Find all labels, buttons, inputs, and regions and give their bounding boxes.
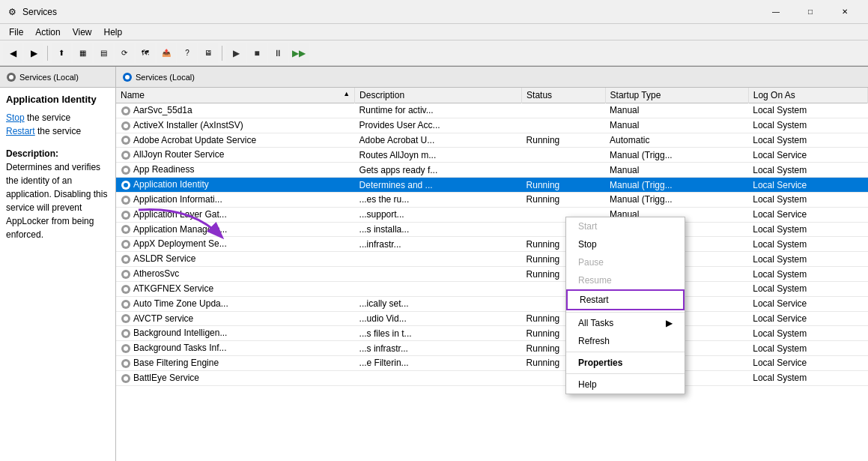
service-name: ActiveX Installer (AxInstSV) bbox=[133, 120, 243, 130]
maximize-button[interactable]: □ bbox=[793, 0, 828, 24]
context-menu-item-restart[interactable]: Restart bbox=[566, 289, 685, 310]
sidebar-header: Services (Local) bbox=[0, 67, 115, 88]
table-row[interactable]: App ReadinessGets apps ready f...ManualL… bbox=[116, 163, 868, 178]
service-logon-cell: Local Service bbox=[748, 148, 867, 163]
table-row[interactable]: AVCTP service...udio Vid...RunningManual… bbox=[116, 311, 868, 326]
content-header-title: Services (Local) bbox=[136, 73, 195, 82]
close-button[interactable]: ✕ bbox=[828, 0, 862, 24]
table-row[interactable]: Application Layer Gat......support...Man… bbox=[116, 207, 868, 222]
table-row[interactable]: ActiveX Installer (AxInstSV)Provides Use… bbox=[116, 118, 868, 133]
sidebar-content: Application Identity Stop the service Re… bbox=[0, 88, 115, 247]
col-logon[interactable]: Log On As bbox=[748, 88, 867, 103]
context-menu-item-refresh[interactable]: Refresh bbox=[566, 332, 685, 350]
service-desc-cell: Provides User Acc... bbox=[355, 118, 522, 133]
service-logon-cell: Local System bbox=[748, 163, 867, 178]
service-status-cell: Running bbox=[522, 192, 606, 207]
toolbar-forward[interactable]: ▶ bbox=[24, 43, 43, 63]
service-icon bbox=[121, 343, 133, 353]
col-status[interactable]: Status bbox=[522, 88, 606, 103]
table-row[interactable]: ASLDR ServiceRunningAutomaticLocal Syste… bbox=[116, 252, 868, 267]
menu-file[interactable]: File bbox=[3, 25, 29, 39]
menu-view[interactable]: View bbox=[67, 25, 98, 39]
svg-point-9 bbox=[124, 138, 128, 142]
table-row[interactable]: Application Managem......s installa...Ma… bbox=[116, 222, 868, 237]
service-desc-cell: ...support... bbox=[355, 207, 522, 222]
service-desc-cell bbox=[355, 252, 522, 267]
service-name-cell: ActiveX Installer (AxInstSV) bbox=[116, 118, 355, 133]
toolbar-refresh[interactable]: ⟳ bbox=[115, 43, 134, 63]
menu-help[interactable]: Help bbox=[98, 25, 129, 39]
service-logon-cell: Local Service bbox=[748, 356, 867, 371]
minimize-button[interactable]: ― bbox=[759, 0, 793, 24]
toolbar-view1[interactable]: ▦ bbox=[73, 43, 92, 63]
context-menu-item-help[interactable]: Help bbox=[566, 376, 685, 394]
service-name-cell: Background Intelligen... bbox=[116, 326, 355, 341]
table-row[interactable]: AllJoyn Router ServiceRoutes AllJoyn m..… bbox=[116, 148, 868, 163]
stop-text: the service bbox=[27, 112, 70, 123]
svg-point-33 bbox=[124, 316, 128, 321]
service-startup-cell: Manual (Trigg... bbox=[605, 178, 748, 193]
context-menu-label: Pause bbox=[578, 257, 604, 268]
toolbar-help[interactable]: ? bbox=[177, 43, 197, 63]
service-name-cell: AppX Deployment Se... bbox=[116, 237, 355, 252]
service-name: Base Filtering Engine bbox=[133, 358, 219, 368]
toolbar-stop[interactable]: ■ bbox=[247, 43, 267, 63]
col-description[interactable]: Description bbox=[355, 88, 522, 103]
table-row[interactable]: Base Filtering Engine...e Filterin...Run… bbox=[116, 356, 868, 371]
context-menu-item-properties[interactable]: Properties bbox=[566, 354, 685, 372]
table-row[interactable]: Background Intelligen......s files in t.… bbox=[116, 326, 868, 341]
service-name: ATKGFNEX Service bbox=[133, 283, 213, 294]
table-row[interactable]: BattlEye ServiceManualLocal System bbox=[116, 370, 868, 385]
service-desc-cell: ...s files in t... bbox=[355, 326, 522, 341]
service-name-cell: BattlEye Service bbox=[116, 370, 355, 385]
service-logon-cell: Local System bbox=[748, 252, 867, 267]
menu-action[interactable]: Action bbox=[29, 25, 66, 39]
service-startup-cell: Automatic bbox=[605, 133, 748, 148]
stop-link[interactable]: Stop bbox=[6, 112, 25, 123]
services-table[interactable]: Name ▲ Description Status Startup Type L… bbox=[116, 88, 868, 461]
toolbar-up[interactable]: ⬆ bbox=[52, 43, 71, 63]
service-name-cell: Background Tasks Inf... bbox=[116, 341, 355, 356]
context-menu-item-stop[interactable]: Stop bbox=[566, 235, 685, 253]
service-logon-cell: Local System bbox=[748, 281, 867, 296]
table-row[interactable]: AppX Deployment Se......infrastr...Runni… bbox=[116, 237, 868, 252]
table-row[interactable]: Application Informati......es the ru...R… bbox=[116, 192, 868, 207]
service-icon bbox=[121, 224, 133, 235]
restart-link[interactable]: Restart bbox=[6, 126, 35, 136]
toolbar-play[interactable]: ▶ bbox=[226, 43, 246, 63]
service-icon bbox=[121, 238, 133, 249]
col-name[interactable]: Name ▲ bbox=[116, 88, 355, 103]
service-logon-cell: Local System bbox=[748, 341, 867, 356]
service-desc-cell: ...e Filterin... bbox=[355, 356, 522, 371]
service-name: Auto Time Zone Upda... bbox=[133, 298, 228, 309]
service-logon-cell: Local Service bbox=[748, 296, 867, 311]
toolbar-pause[interactable]: ⏸ bbox=[268, 43, 288, 63]
table-row[interactable]: Auto Time Zone Upda......ically set...Ma… bbox=[116, 296, 868, 311]
table-row[interactable]: Background Tasks Inf......s infrastr...R… bbox=[116, 341, 868, 356]
toolbar-map[interactable]: 🗺 bbox=[136, 43, 155, 63]
service-name-cell: ATKGFNEX Service bbox=[116, 281, 355, 296]
table-row[interactable]: AarSvc_55d1aRuntime for activ...ManualLo… bbox=[116, 103, 868, 118]
service-icon bbox=[121, 253, 133, 264]
service-desc-cell bbox=[355, 370, 522, 385]
toolbar-view2[interactable]: ▤ bbox=[94, 43, 113, 63]
toolbar-back[interactable]: ◀ bbox=[3, 43, 22, 63]
sidebar-header-title: Services (Local) bbox=[19, 73, 79, 82]
table-row[interactable]: Adobe Acrobat Update ServiceAdobe Acroba… bbox=[116, 133, 868, 148]
toolbar-computer[interactable]: 🖥 bbox=[198, 43, 218, 63]
service-name: Background Intelligen... bbox=[133, 328, 227, 338]
submenu-arrow-icon: ▶ bbox=[666, 318, 673, 328]
col-startup[interactable]: Startup Type bbox=[605, 88, 748, 103]
table-row[interactable]: ATKGFNEX ServiceAutomaticLocal System bbox=[116, 281, 868, 296]
service-startup-cell: Manual bbox=[605, 163, 748, 178]
table-row[interactable]: AtherosSvcRunningAutomaticLocal System bbox=[116, 267, 868, 282]
table-row[interactable]: Application IdentityDetermines and ...Ru… bbox=[116, 178, 868, 193]
toolbar-export[interactable]: 📤 bbox=[157, 43, 176, 63]
service-name: ASLDR Service bbox=[133, 253, 195, 264]
svg-point-5 bbox=[124, 109, 128, 113]
context-menu-item-all-tasks[interactable]: All Tasks▶ bbox=[566, 314, 685, 332]
service-name-cell: AVCTP service bbox=[116, 311, 355, 326]
context-menu-sep bbox=[566, 312, 685, 313]
service-name-cell: Application Managem... bbox=[116, 222, 355, 237]
toolbar-resume[interactable]: ▶▶ bbox=[289, 43, 309, 63]
